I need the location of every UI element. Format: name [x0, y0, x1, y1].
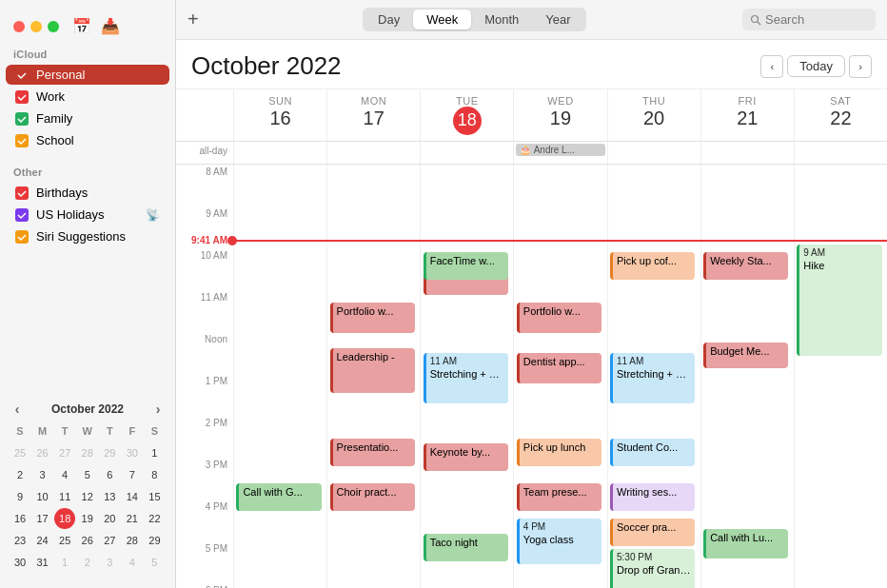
calendar-event[interactable]: Choir pract... [330, 483, 415, 511]
time-cell[interactable] [794, 458, 887, 500]
calendar-event[interactable]: Keynote by... [424, 443, 508, 471]
calendar-event[interactable]: Portfolio w... [517, 303, 601, 333]
calendar-event[interactable]: Dentist app... [517, 353, 601, 383]
calendar-event[interactable]: Pick up lunch [517, 439, 601, 466]
calendar-event[interactable]: Soccer pra... [610, 519, 695, 546]
calendar-event[interactable]: 11 AMStretching + weights [610, 353, 695, 403]
calendar-event[interactable]: Call with Lu... [703, 529, 788, 559]
time-cell[interactable] [794, 541, 887, 583]
mini-cal-date[interactable]: 30 [122, 442, 143, 463]
time-cell[interactable] [700, 583, 794, 588]
sidebar-item-siri[interactable]: Siri Suggestions [6, 226, 169, 246]
time-cell[interactable] [326, 165, 420, 206]
allday-event-andre[interactable]: 🎂 Andre L... [516, 144, 604, 156]
time-cell[interactable] [513, 583, 606, 588]
time-cell[interactable] [794, 500, 887, 541]
mini-cal-date[interactable]: 20 [99, 508, 120, 529]
mini-cal-date[interactable]: 27 [99, 530, 120, 551]
time-cell[interactable] [700, 165, 794, 206]
calendar-event[interactable]: Call with G... [236, 483, 321, 511]
sidebar-item-school[interactable]: School [6, 130, 169, 150]
mini-cal-date[interactable]: 25 [54, 530, 75, 551]
time-cell[interactable] [233, 416, 326, 458]
calendar-event[interactable]: 11 AMStretching + weights [424, 353, 508, 403]
mini-cal-date[interactable]: 28 [77, 442, 98, 463]
calendar-event[interactable]: Writing ses... [610, 483, 695, 511]
mini-cal-date[interactable]: 22 [144, 508, 165, 529]
time-cell[interactable] [607, 290, 700, 332]
time-cell[interactable] [700, 290, 794, 332]
birthdays-checkbox[interactable] [15, 186, 29, 200]
school-checkbox[interactable] [15, 134, 29, 147]
mini-cal-date[interactable]: 13 [99, 486, 120, 507]
time-cell[interactable] [233, 541, 326, 583]
search-input[interactable] [765, 12, 860, 27]
mini-cal-date[interactable]: 18 [54, 508, 75, 529]
time-cell[interactable] [233, 583, 326, 588]
mini-cal-date[interactable]: 21 [122, 508, 143, 529]
mini-cal-date[interactable]: 28 [122, 530, 143, 551]
mini-cal-date[interactable]: 25 [10, 442, 30, 463]
time-cell[interactable] [700, 416, 794, 458]
calendar-event[interactable]: Budget Me... [703, 343, 788, 367]
time-cell[interactable] [326, 206, 420, 248]
mini-cal-date[interactable]: 2 [77, 552, 98, 573]
calendar-event[interactable]: FaceTime w... [424, 252, 508, 280]
next-week-button[interactable]: › [849, 55, 872, 78]
mini-cal-date[interactable]: 31 [32, 552, 53, 573]
calendar-event[interactable]: 9 AMHike [797, 245, 881, 355]
mini-cal-date[interactable]: 11 [54, 486, 75, 507]
sidebar-item-birthdays[interactable]: Birthdays [6, 183, 169, 203]
mini-cal-date[interactable]: 2 [10, 464, 30, 485]
sidebar-item-family[interactable]: Family [6, 108, 169, 128]
mini-cal-date[interactable]: 26 [77, 530, 98, 551]
time-cell[interactable] [513, 165, 606, 206]
mini-cal-date[interactable]: 4 [54, 464, 75, 485]
maximize-button[interactable] [48, 21, 59, 32]
time-cell[interactable] [233, 248, 326, 290]
prev-week-button[interactable]: ‹ [760, 55, 783, 78]
mini-cal-date[interactable]: 14 [122, 486, 143, 507]
time-cell[interactable] [607, 165, 700, 206]
mini-cal-date[interactable]: 15 [144, 486, 165, 507]
time-cell[interactable] [794, 206, 887, 248]
us-holidays-checkbox[interactable] [15, 208, 29, 222]
tab-year[interactable]: Year [532, 10, 583, 29]
family-checkbox[interactable] [15, 112, 29, 126]
mini-cal-date[interactable]: 10 [32, 486, 53, 507]
mini-cal-date[interactable]: 1 [54, 552, 75, 573]
sidebar-item-personal[interactable]: Personal [6, 65, 169, 85]
time-cell[interactable] [420, 206, 513, 248]
mini-cal-date[interactable]: 30 [10, 552, 30, 573]
personal-checkbox[interactable] [15, 69, 29, 82]
calendar-event[interactable]: Student Co... [610, 439, 695, 466]
calendar-event[interactable]: Weekly Sta... [703, 252, 788, 280]
time-cell[interactable] [700, 458, 794, 500]
calendar-event[interactable]: Pick up cof... [610, 252, 695, 280]
time-cell[interactable] [233, 374, 326, 416]
mini-cal-date[interactable]: 1 [144, 442, 165, 463]
today-button[interactable]: Today [787, 55, 845, 77]
sidebar-item-work[interactable]: Work [6, 87, 169, 107]
mini-cal-next[interactable]: › [150, 402, 166, 417]
mini-cal-date[interactable]: 27 [54, 442, 75, 463]
time-cell[interactable] [326, 583, 420, 588]
mini-cal-date[interactable]: 12 [77, 486, 98, 507]
mini-cal-date[interactable]: 4 [122, 552, 143, 573]
time-cell[interactable] [794, 165, 887, 206]
time-cell[interactable] [794, 416, 887, 458]
time-cell[interactable] [420, 583, 513, 588]
siri-checkbox[interactable] [15, 230, 29, 244]
tab-week[interactable]: Week [413, 10, 471, 29]
calendar-event[interactable]: 4 PMYoga class [517, 519, 601, 564]
calendar-event[interactable]: Taco night [424, 534, 508, 561]
mini-cal-date[interactable]: 29 [99, 442, 120, 463]
mini-cal-date[interactable]: 23 [10, 530, 30, 551]
work-checkbox[interactable] [15, 90, 29, 104]
mini-cal-date[interactable]: 24 [32, 530, 53, 551]
time-cell[interactable] [420, 290, 513, 332]
time-cell[interactable] [420, 165, 513, 206]
tab-day[interactable]: Day [365, 10, 413, 29]
calendar-event[interactable]: 5:30 PMDrop off Grandma... [610, 549, 695, 588]
tab-month[interactable]: Month [471, 10, 532, 29]
